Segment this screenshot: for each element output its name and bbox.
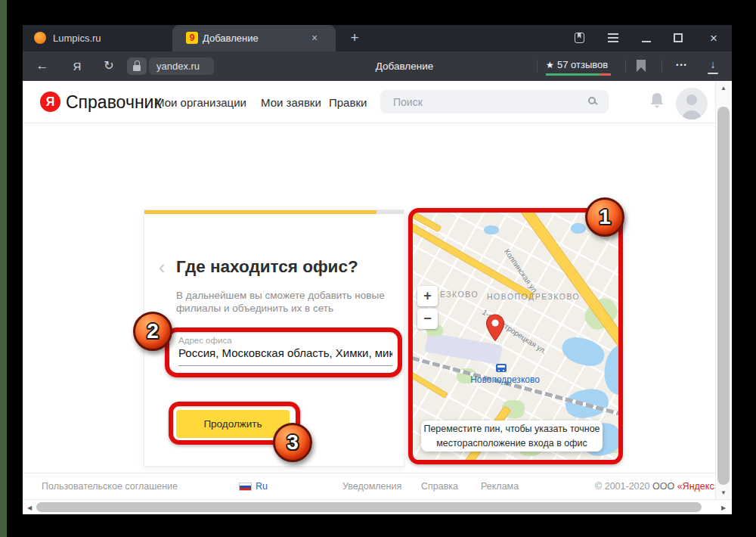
vertical-scrollbar-thumb[interactable] <box>717 107 730 485</box>
search-box <box>380 90 609 113</box>
footer-notifications-link[interactable]: Уведомления <box>342 480 401 492</box>
zoom-out-button[interactable]: − <box>417 309 438 329</box>
separator <box>537 60 538 72</box>
nav-my-organizations[interactable]: Мои организации <box>155 95 246 110</box>
desktop-edge-strip <box>0 0 7 537</box>
wizard-title: Где находится офис? <box>176 257 358 277</box>
map-tooltip: Переместите пин, чтобы указать точное ме… <box>421 421 603 452</box>
browser-toolbar: ← Я ↻ yandex.ru Добавление ★ 57 отзывов … <box>23 51 732 81</box>
refresh-icon[interactable]: ↻ <box>100 57 118 74</box>
map-pin-icon[interactable] <box>485 314 505 345</box>
address-bar[interactable]: yandex.ru <box>149 57 214 75</box>
wizard-subtitle: филиалы и объединить их в сеть <box>176 302 333 315</box>
train-station-icon <box>496 364 507 372</box>
tab-bar: Lumpics.ru 9 Добавление × + × <box>23 25 732 51</box>
copyright-years: © 2001-2020 <box>595 480 649 492</box>
vertical-scrollbar[interactable]: ▲ ▼ <box>715 81 730 499</box>
horizontal-scrollbar-thumb[interactable] <box>36 502 702 512</box>
scroll-up-icon[interactable]: ▲ <box>717 84 730 93</box>
site-logo-text[interactable]: Справочник <box>66 91 162 113</box>
footer-help-link[interactable]: Справка <box>421 480 458 492</box>
annotation-badge-2: 2 <box>133 312 172 351</box>
annotation-rect-address <box>165 327 402 377</box>
yandex-logo-icon[interactable]: Я <box>40 92 60 112</box>
window-close-button[interactable]: × <box>707 30 720 46</box>
map-water <box>571 223 586 234</box>
browser-window: Lumpics.ru 9 Добавление × + × ← Я ↻ yand… <box>23 25 732 514</box>
map-water <box>484 225 499 234</box>
rating-bar-negative <box>600 73 611 76</box>
maximize-button[interactable] <box>674 33 683 42</box>
progress-bar-rest <box>376 210 404 214</box>
annotation-badge-1: 1 <box>585 197 624 237</box>
wizard-subtitle: В дальнейшем вы сможете добавить новые <box>176 289 385 302</box>
page-title: Добавление <box>325 58 484 74</box>
horizontal-scrollbar[interactable]: ◀ ▶ <box>23 499 732 514</box>
minimize-button[interactable] <box>642 41 651 42</box>
search-input[interactable] <box>380 90 584 113</box>
company-name: ООО «Яндекс» <box>652 480 720 492</box>
scroll-right-icon[interactable]: ▶ <box>717 504 730 513</box>
tab-close-icon[interactable]: × <box>308 31 321 45</box>
scroll-left-icon[interactable]: ◀ <box>23 504 36 513</box>
tab-label: Добавление <box>203 32 259 45</box>
tab-dobavlenie[interactable]: 9 Добавление × <box>172 25 336 51</box>
footer-ads-link[interactable]: Реклама <box>481 480 519 492</box>
star-icon: ★ <box>546 57 554 73</box>
yandex-browser-icon[interactable]: Я <box>68 58 86 74</box>
screenshot-root: Lumpics.ru 9 Добавление × + × ← Я ↻ yand… <box>0 0 756 537</box>
footer-agreement-link[interactable]: Пользовательское соглашение <box>42 480 178 492</box>
flag-ru-icon <box>239 483 252 491</box>
new-tab-button[interactable]: + <box>346 29 363 46</box>
back-icon[interactable]: ← <box>33 57 51 74</box>
tooltip-text: месторасположение входа в офис <box>421 436 603 451</box>
progress-bar-filled <box>144 210 376 214</box>
more-icon[interactable]: ••• <box>670 56 694 74</box>
sprav-favicon-icon: 9 <box>186 32 198 44</box>
web-page: Я Справочник Мои организации Мои заявки … <box>23 81 732 514</box>
menu-icon[interactable] <box>608 37 618 39</box>
zoom-in-button[interactable]: + <box>417 286 438 306</box>
back-chevron-icon[interactable]: ‹ <box>159 256 165 278</box>
station-label: Новоподрезково <box>463 374 547 385</box>
separator <box>625 60 626 72</box>
avatar[interactable] <box>676 88 708 120</box>
nav-edits[interactable]: Правки <box>329 95 367 110</box>
tab-lumpics[interactable]: Lumpics.ru <box>24 25 172 51</box>
bell-icon[interactable] <box>649 92 665 110</box>
tab-panel-icon[interactable] <box>575 33 584 43</box>
reviews-count[interactable]: 57 отзывов <box>557 57 608 73</box>
map-canvas[interactable]: ЕЗКОВО НОВОПОДРЕЗКОВО Колпинская ул. 1-я… <box>408 208 623 464</box>
nav-my-requests[interactable]: Мои заявки <box>261 95 321 110</box>
site-footer: Пользовательское соглашение Ru Уведомлен… <box>23 473 715 499</box>
tooltip-text: Переместите пин, чтобы указать точное <box>421 422 603 436</box>
annotation-badge-3: 3 <box>273 423 312 462</box>
rating-bar-positive <box>546 73 600 76</box>
lumpics-favicon-icon <box>34 32 46 44</box>
search-icon[interactable] <box>588 97 596 104</box>
scroll-down-icon[interactable]: ▼ <box>717 489 730 498</box>
download-icon[interactable]: ↓ <box>705 57 721 76</box>
company-name-accent: «Яндекс» <box>677 481 720 492</box>
separator <box>662 60 662 72</box>
bookmark-icon[interactable] <box>637 60 646 72</box>
map-district-label: ЕЗКОВО <box>440 290 479 299</box>
tab-label: Lumpics.ru <box>53 32 101 45</box>
language-switcher[interactable]: Ru <box>256 480 268 492</box>
ssl-lock-chip[interactable] <box>127 57 147 75</box>
site-header: Я Справочник Мои организации Мои заявки … <box>23 81 715 123</box>
